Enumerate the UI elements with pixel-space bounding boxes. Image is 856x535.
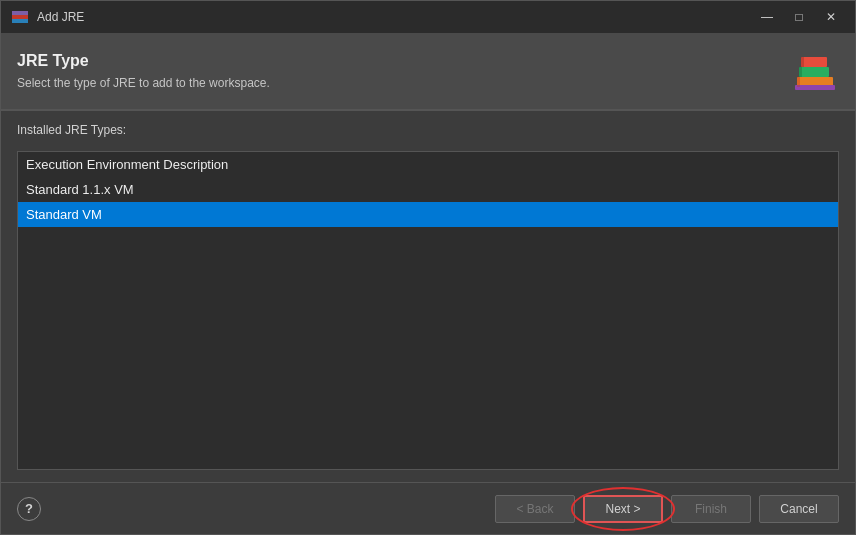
list-item[interactable]: Execution Environment Description — [18, 152, 838, 177]
minimize-button[interactable]: — — [753, 6, 781, 28]
maximize-button[interactable]: □ — [785, 6, 813, 28]
svg-rect-0 — [12, 11, 28, 15]
cancel-button[interactable]: Cancel — [759, 495, 839, 523]
title-bar-controls: — □ ✕ — [753, 6, 845, 28]
dialog-header: JRE Type Select the type of JRE to add t… — [1, 33, 855, 110]
close-button[interactable]: ✕ — [817, 6, 845, 28]
help-button[interactable]: ? — [17, 497, 41, 521]
section-label: Installed JRE Types: — [17, 123, 839, 137]
dialog-footer: ? < Back Next > Finish Cancel — [1, 482, 855, 534]
add-jre-window: Add JRE — □ ✕ JRE Type Select the type o… — [0, 0, 856, 535]
svg-rect-4 — [799, 67, 829, 77]
title-bar-left: Add JRE — [11, 8, 84, 26]
header-text: JRE Type Select the type of JRE to add t… — [17, 52, 270, 90]
svg-rect-7 — [797, 77, 800, 87]
dialog-content: Installed JRE Types: Execution Environme… — [1, 111, 855, 482]
svg-rect-5 — [801, 57, 827, 67]
svg-rect-6 — [795, 85, 835, 90]
dialog-title: JRE Type — [17, 52, 270, 70]
jre-types-list[interactable]: Execution Environment DescriptionStandar… — [17, 151, 839, 470]
svg-rect-9 — [801, 57, 804, 67]
list-item[interactable]: Standard VM — [18, 202, 838, 227]
window-title: Add JRE — [37, 10, 84, 24]
next-button[interactable]: Next > — [583, 495, 663, 523]
svg-rect-8 — [799, 67, 802, 77]
list-item[interactable]: Standard 1.1.x VM — [18, 177, 838, 202]
svg-rect-2 — [12, 19, 28, 23]
back-button[interactable]: < Back — [495, 495, 575, 523]
title-bar: Add JRE — □ ✕ — [1, 1, 855, 33]
next-button-wrapper: Next > — [583, 495, 663, 523]
dialog-subtitle: Select the type of JRE to add to the wor… — [17, 76, 270, 90]
svg-rect-1 — [12, 15, 28, 19]
header-icon — [791, 47, 839, 95]
finish-button[interactable]: Finish — [671, 495, 751, 523]
app-icon — [11, 8, 29, 26]
